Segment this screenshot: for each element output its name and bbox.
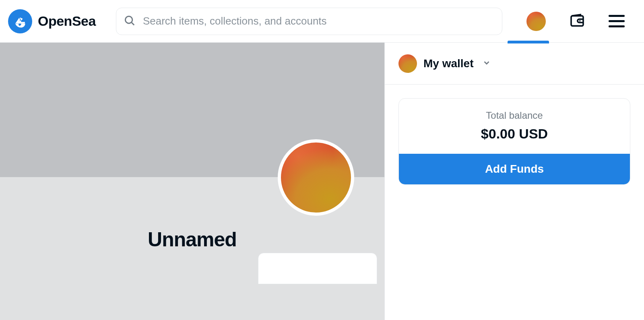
add-funds-button[interactable]: Add Funds — [399, 154, 630, 184]
hamburger-line-icon — [609, 20, 625, 22]
menu-button[interactable] — [609, 15, 625, 27]
app-header: OpenSea — [0, 0, 644, 43]
svg-point-0 — [125, 16, 132, 23]
search-bar[interactable] — [116, 8, 502, 35]
brand-logo-icon — [8, 9, 32, 33]
wallet-panel: My wallet Total balance $0.00 USD Add Fu… — [384, 43, 644, 320]
active-tab-indicator — [508, 41, 549, 43]
svg-point-3 — [579, 20, 580, 21]
balance-card: Total balance $0.00 USD Add Funds — [398, 98, 630, 185]
wallet-button[interactable] — [568, 12, 586, 30]
account-avatar-button[interactable] — [526, 12, 546, 31]
profile-address-chip[interactable] — [258, 253, 377, 284]
search-icon — [124, 14, 136, 28]
header-actions — [526, 12, 625, 31]
balance-value: $0.00 USD — [407, 126, 622, 142]
hamburger-line-icon — [609, 25, 625, 27]
chevron-down-icon — [482, 58, 491, 69]
wallet-panel-header[interactable]: My wallet — [385, 43, 644, 85]
profile-avatar[interactable] — [278, 139, 354, 216]
search-input[interactable] — [143, 15, 495, 27]
main-content: Unnamed My wallet Total balance $0.00 US… — [0, 43, 644, 320]
balance-label: Total balance — [407, 110, 622, 121]
brand-name: OpenSea — [38, 13, 96, 29]
wallet-avatar-icon — [398, 54, 417, 73]
profile-section: Unnamed — [0, 43, 384, 320]
wallet-panel-body: Total balance $0.00 USD Add Funds — [385, 85, 644, 198]
wallet-icon — [569, 12, 585, 30]
brand-block[interactable]: OpenSea — [8, 9, 96, 33]
svg-line-1 — [132, 23, 134, 25]
wallet-panel-title: My wallet — [423, 57, 473, 70]
profile-display-name: Unnamed — [80, 228, 305, 251]
hamburger-line-icon — [609, 15, 625, 17]
